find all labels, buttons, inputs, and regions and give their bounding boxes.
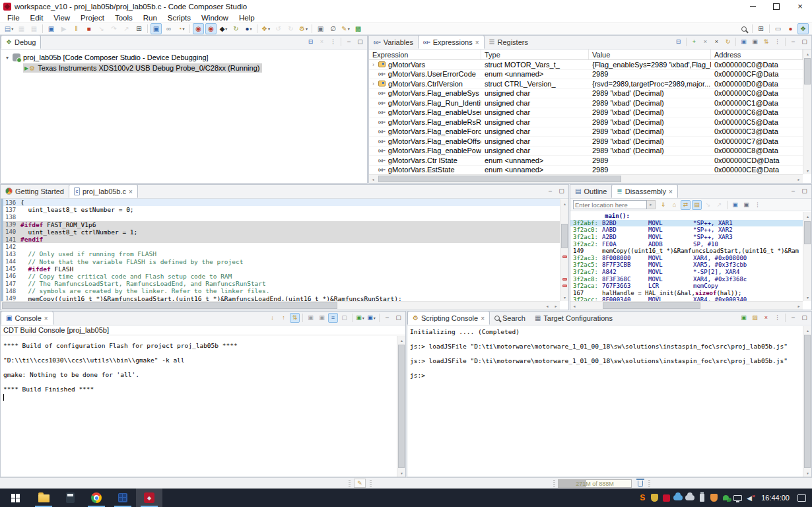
- close-window-button[interactable]: [788, 0, 812, 13]
- refresh-button[interactable]: ↻: [723, 37, 733, 47]
- tab-debug[interactable]: ❖Debug: [1, 35, 41, 49]
- debug-probe-1-button[interactable]: ◉: [193, 23, 204, 34]
- close-tab-icon[interactable]: [475, 38, 479, 46]
- new-expressions-view-button[interactable]: ▣: [739, 37, 749, 47]
- search-button[interactable]: [738, 23, 749, 34]
- expression-row[interactable]: (x)=gMotorVars.UserErrorCodeenum <unname…: [369, 70, 803, 80]
- tray-messenger-icon[interactable]: [720, 492, 731, 504]
- open-console-button[interactable]: ▣▾: [355, 313, 365, 323]
- tab-scripting-console[interactable]: ⚙Scripting Console: [407, 311, 490, 325]
- tab-registers[interactable]: ☰Registers: [485, 35, 533, 49]
- expression-row[interactable]: (x)=gMotorVars.Ctr lStateenum <unnamed>2…: [369, 156, 803, 166]
- expression-row[interactable]: (x)=gMotorVars.Flag_enableUserParunsigne…: [369, 108, 803, 118]
- show-console-button[interactable]: ▣: [46, 23, 57, 34]
- display-selected-console-button[interactable]: ▣▾: [366, 313, 376, 323]
- annotate-button[interactable]: ✎▾: [340, 23, 351, 34]
- perspective-ccs-debug-button[interactable]: ❖: [797, 23, 809, 34]
- minimize-view-button[interactable]: –: [382, 313, 392, 323]
- tab-target-configurations[interactable]: ▦Target Configurations: [530, 311, 617, 325]
- close-tab-icon[interactable]: [129, 187, 133, 195]
- remove-expression-button[interactable]: ×: [700, 37, 710, 47]
- disassembly-listing[interactable]: main():3f2abf:B2BDMOVL*SP++, XAR13f2ac0:…: [570, 211, 811, 310]
- column-header-expression[interactable]: Expression: [369, 50, 481, 59]
- close-tab-icon[interactable]: [481, 314, 485, 322]
- open-perspective-button[interactable]: ⊞: [755, 23, 766, 34]
- maximize-view-button[interactable]: ▢: [799, 313, 809, 323]
- perspective-simplelink-button[interactable]: ●: [785, 23, 796, 34]
- minimize-view-button[interactable]: –: [788, 186, 798, 196]
- pin-view-button[interactable]: ▣: [741, 200, 751, 210]
- expression-row[interactable]: (x)=gMotorVars.Flag_enableForceAnunsigne…: [369, 127, 803, 137]
- debug-probe-2-button[interactable]: ◉: [205, 23, 217, 34]
- minimize-view-button[interactable]: –: [788, 313, 798, 323]
- tray-security-shield-icon[interactable]: [648, 492, 660, 504]
- tab-disassembly[interactable]: ≣Disassembly: [611, 184, 678, 198]
- menu-file[interactable]: File: [2, 14, 25, 22]
- tab-proj-lab05b-c[interactable]: cproj_lab05b.c: [69, 184, 138, 198]
- vertical-scrollbar[interactable]: ▴▾: [397, 336, 405, 477]
- problem-marker[interactable]: [562, 285, 567, 287]
- problem-marker[interactable]: [562, 255, 567, 258]
- connect-target-button[interactable]: ▣: [151, 23, 162, 34]
- problem-marker[interactable]: [562, 278, 567, 281]
- terminate-and-remove-button[interactable]: ∅: [327, 23, 339, 34]
- debug-tree[interactable]: ▾proj_lab05b [Code Composer Studio - Dev…: [1, 50, 367, 183]
- debug-configurations-button[interactable]: ❖▾: [260, 23, 271, 34]
- new-target-configuration-button[interactable]: ▣: [315, 23, 326, 34]
- tab-expressions[interactable]: (x)=Expressions: [418, 35, 485, 49]
- minimize-view-button[interactable]: –: [788, 37, 798, 47]
- menu-view[interactable]: View: [48, 14, 75, 22]
- close-tab-icon[interactable]: [44, 314, 48, 322]
- open-script-file-button[interactable]: ▨: [750, 313, 760, 323]
- tray-defender-shield-icon[interactable]: [708, 492, 720, 504]
- restore-window-button[interactable]: [764, 0, 788, 13]
- last-edit-location-button[interactable]: ▩: [353, 23, 364, 34]
- tray-offline-cloud-icon[interactable]: [684, 492, 696, 504]
- collapse-all-button[interactable]: ⊟: [673, 37, 683, 47]
- close-tab-icon[interactable]: [669, 187, 673, 195]
- terminate-button[interactable]: ■: [83, 23, 94, 34]
- tab-getting-started[interactable]: Getting Started: [1, 184, 69, 198]
- view-menu-button[interactable]: ⋮: [772, 313, 782, 323]
- word-wrap-button[interactable]: ≡: [328, 313, 338, 323]
- editor-vertical-scrollbar[interactable]: ▴ ▾: [560, 199, 568, 301]
- go-to-location-button[interactable]: ▸: [647, 200, 656, 209]
- menu-run[interactable]: Run: [138, 14, 162, 22]
- view-registers-button[interactable]: ⊞: [133, 23, 145, 34]
- home-button[interactable]: ⌂: [669, 200, 679, 210]
- taskbar-code-composer-studio[interactable]: ◆: [136, 489, 162, 507]
- expression-row[interactable]: ›gMotorVarsstruct MOTOR_Vars_t_{Flag_ena…: [369, 60, 803, 70]
- action-center-icon[interactable]: [795, 492, 807, 504]
- menu-help[interactable]: Help: [234, 14, 260, 22]
- column-header-value[interactable]: Value: [589, 50, 711, 59]
- next-error-button[interactable]: ↓: [267, 313, 277, 323]
- browse-code-button[interactable]: ⇓: [658, 200, 668, 210]
- maximize-view-button[interactable]: ▢: [799, 186, 809, 196]
- link-with-active-debug-context-button[interactable]: ⇄: [681, 200, 691, 210]
- remove-all-expressions-button[interactable]: ×: [712, 37, 722, 47]
- run-garbage-collector-button[interactable]: [635, 479, 645, 488]
- new-file-button[interactable]: ▤▾: [3, 23, 15, 34]
- clear-scripting-console-button[interactable]: ×: [761, 313, 771, 323]
- suspend-button[interactable]: ‖: [71, 23, 82, 34]
- expression-row[interactable]: (x)=gMotorVars.Flag_enableSysunsigned ch…: [369, 89, 803, 99]
- resource-explorer-button[interactable]: ●▾: [243, 23, 254, 34]
- flash-program-button[interactable]: ◆▾: [218, 23, 229, 34]
- console-output[interactable]: **** Build of configuration Flash for pr…: [1, 335, 405, 477]
- tray-network-icon[interactable]: [731, 492, 743, 504]
- code-editor[interactable]: 136{137 uint_least8_t estNumber = 0;1381…: [1, 199, 568, 310]
- tab-variables[interactable]: (x)=Variables: [369, 35, 418, 49]
- tray-ccs-tray-icon[interactable]: [660, 492, 672, 504]
- view-menu-button[interactable]: ⋮: [772, 37, 782, 47]
- continuous-refresh-button[interactable]: ⇅: [761, 37, 771, 47]
- debug-tree-item[interactable]: ▶⚙Texas Instruments XDS100v2 USB Debug P…: [1, 63, 367, 73]
- vertical-scrollbar[interactable]: ▴▾: [803, 50, 811, 174]
- progress-indicator-icon[interactable]: ✎: [354, 479, 366, 488]
- taskbar-blue-app[interactable]: [110, 489, 136, 507]
- build-button[interactable]: ⚙▾: [298, 23, 309, 34]
- taskbar-calculator[interactable]: [57, 489, 83, 507]
- expander-icon[interactable]: ›: [372, 81, 378, 87]
- horizontal-scrollbar[interactable]: ◂▸: [570, 301, 803, 310]
- pin-view-button[interactable]: ▣: [750, 37, 760, 47]
- expression-row[interactable]: (x)=gMotorVars.Flag_enableRsRecalunsigne…: [369, 118, 803, 127]
